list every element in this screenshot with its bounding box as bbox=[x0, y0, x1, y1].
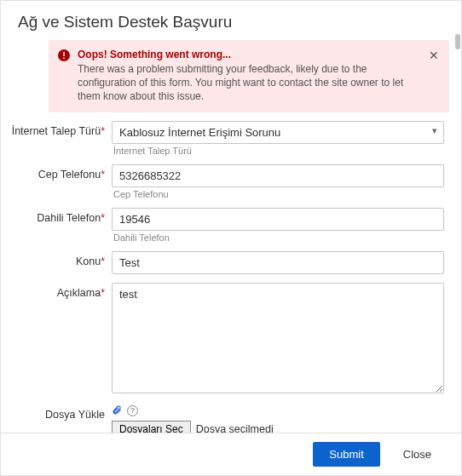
submit-button[interactable]: Submit bbox=[313, 442, 379, 467]
file-status-text: Dosya seçilmedi bbox=[196, 423, 274, 433]
hint-cep: Cep Telefonu bbox=[113, 189, 444, 199]
svg-rect-1 bbox=[63, 52, 65, 56]
panel-footer: Submit Close bbox=[1, 433, 461, 475]
konu-input[interactable] bbox=[112, 251, 444, 274]
alert-text: There was a problem submitting your feed… bbox=[78, 62, 419, 104]
dahili-telefon-input[interactable] bbox=[112, 208, 444, 231]
label-cep: Cep Telefonu* bbox=[9, 164, 112, 181]
panel-title: Ağ ve Sistem Destek Başvuru bbox=[1, 1, 461, 40]
label-internet-type: İnternet Talep Türü* bbox=[9, 121, 112, 138]
help-icon[interactable]: ? bbox=[127, 405, 138, 416]
label-aciklama: Açıklama* bbox=[9, 283, 112, 300]
scrollbar-thumb[interactable] bbox=[455, 34, 460, 49]
error-alert: Oops! Something went wrong... There was … bbox=[49, 40, 449, 112]
aciklama-textarea[interactable]: test bbox=[112, 283, 444, 393]
alert-close-button[interactable]: ✕ bbox=[425, 47, 442, 64]
hint-internet-type: İnternet Talep Türü bbox=[113, 146, 444, 156]
attachment-icon bbox=[112, 404, 122, 417]
error-icon bbox=[57, 49, 71, 62]
close-button[interactable]: Close bbox=[387, 442, 448, 467]
label-dahili: Dahili Telefon* bbox=[9, 208, 112, 225]
file-choose-button[interactable]: Dosyaları Seç bbox=[112, 421, 191, 433]
label-konu: Konu* bbox=[9, 251, 112, 268]
alert-title: Oops! Something went wrong... bbox=[78, 49, 419, 60]
form-panel: Ağ ve Sistem Destek Başvuru Oops! Someth… bbox=[0, 0, 462, 476]
form-body: İnternet Talep Türü* Kablosuz İnternet E… bbox=[1, 112, 461, 433]
internet-type-select[interactable]: Kablosuz İnternet Erişimi Sorunu bbox=[112, 121, 444, 144]
svg-rect-2 bbox=[63, 58, 65, 60]
cep-telefonu-input[interactable] bbox=[112, 164, 444, 187]
label-dosya: Dosya Yükle bbox=[9, 404, 112, 422]
hint-dahili: Dahili Telefon bbox=[113, 232, 444, 243]
close-icon: ✕ bbox=[429, 49, 439, 62]
